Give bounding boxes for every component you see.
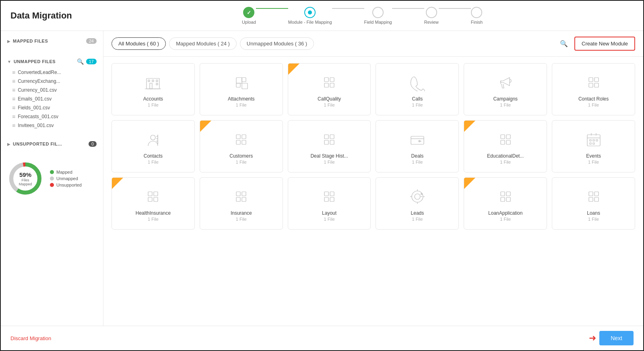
module-files-customers: 1 File [236,160,247,164]
unmapped-files-header[interactable]: ▼ UNMAPPED FILES 🔍 17 [7,55,97,68]
tab-unmapped-modules[interactable]: Unmapped Modules ( 36 ) [240,37,314,50]
module-card-contact-roles[interactable]: Contact Roles 1 File [552,63,635,115]
module-card-deal-stage[interactable]: Deal Stage Hist... 1 File [288,120,371,172]
grid-icon-callquality [320,73,339,92]
list-item[interactable]: Fields_001.csv [12,103,97,112]
svg-rect-20 [589,83,593,87]
module-card-accounts[interactable]: Accounts 1 File [111,63,195,115]
svg-rect-38 [506,135,510,139]
mapped-files-title: MAPPED FILES [13,39,84,43]
module-name-attachments: Attachments [228,96,255,102]
module-card-insurance[interactable]: Insurance 1 File [200,177,283,230]
unsupported-files-title: UNSUPPORTED FIL... [13,142,86,146]
grid-icon-layout [320,187,339,206]
list-item[interactable]: Emails_001.csv [12,94,97,103]
module-files-layout: 1 File [324,217,335,222]
star-badge-customers [200,121,211,132]
svg-rect-52 [242,192,246,196]
svg-rect-11 [242,78,246,82]
step-label-upload: Upload [242,20,256,25]
connector-2 [332,8,364,9]
svg-rect-54 [242,197,246,201]
module-card-deals[interactable]: Deals 1 File [376,120,459,172]
tab-mapped-modules[interactable]: Mapped Modules ( 24 ) [169,37,237,50]
list-item[interactable]: Forecasts_001.csv [12,112,97,121]
svg-rect-18 [589,78,593,82]
module-card-events[interactable]: Events 1 File [552,120,635,172]
module-files-calls: 1 File [412,103,423,107]
search-button[interactable]: 🔍 [557,38,571,49]
grid-icon-educational [496,130,515,149]
module-grid: Accounts 1 File Attachments 1 File [103,57,643,326]
step-circle-finish [471,7,482,18]
module-card-layout[interactable]: Layout 1 File [288,177,371,230]
module-files-events: 1 File [588,160,599,164]
search-icon[interactable]: 🔍 [77,58,84,65]
module-card-campaigns[interactable]: Campaigns 1 File [464,63,547,115]
building-icon [143,73,163,92]
svg-rect-70 [501,197,505,201]
mapped-files-section: ▶ MAPPED FILES 24 [1,31,103,51]
main-content: ▶ MAPPED FILES 24 ▼ UNMAPPED FILES 🔍 17 … [1,31,643,326]
footer: Discard Migration ➜ Next [1,326,643,350]
svg-rect-75 [594,197,599,201]
svg-rect-10 [236,78,242,83]
svg-rect-72 [589,192,593,196]
module-card-customers[interactable]: Customers 1 File [200,120,283,172]
module-name-loans: Loans [587,210,600,216]
mapped-files-header[interactable]: ▶ MAPPED FILES 24 [7,35,97,47]
module-card-educational[interactable]: EducationalDet... 1 File [464,120,547,172]
create-new-module-button[interactable]: Create New Module [574,37,635,51]
tab-all-modules[interactable]: All Modules ( 60 ) [111,37,166,50]
list-item[interactable]: Invitees_001.csv [12,121,97,130]
svg-rect-43 [593,140,594,141]
page-title: Data Migration [10,10,91,21]
legend-label-unmapped: Unmapped [56,176,78,181]
chevron-down-icon: ▼ [7,60,11,64]
star-badge-loan-application [464,178,475,189]
svg-rect-73 [594,192,599,196]
svg-rect-46 [593,143,594,144]
svg-rect-28 [242,135,246,139]
svg-point-60 [415,194,420,199]
module-card-leads[interactable]: Leads 1 File [376,177,459,230]
next-button[interactable]: Next [599,331,634,345]
svg-rect-15 [330,78,334,82]
svg-rect-40 [506,140,510,144]
stepper: ✓ Upload Module - File Mapping Field Ma [91,7,634,25]
module-files-leads: 1 File [412,217,423,222]
grid-icon-contact-roles [584,73,603,92]
chart-legend: Mapped Unmapped Unsupported [50,170,82,187]
list-item[interactable]: CurrencyExchang... [12,77,97,86]
module-card-callquality[interactable]: CallQuality 1 File [288,63,371,115]
module-files-loan-application: 1 File [500,217,511,222]
module-card-calls[interactable]: Calls 1 File [376,63,459,115]
module-card-loans[interactable]: Loans 1 File [552,177,635,230]
mapped-files-badge: 24 [86,38,97,44]
svg-rect-47 [148,192,152,196]
attachment-icon [231,73,251,92]
module-name-insurance: Insurance [231,210,252,216]
discard-migration-button[interactable]: Discard Migration [10,335,51,341]
svg-rect-44 [596,140,598,141]
svg-rect-45 [590,143,591,144]
wallet-icon [408,130,427,149]
list-item[interactable]: ConvertedLeadRe... [12,68,97,77]
unmapped-files-section: ▼ UNMAPPED FILES 🔍 17 ConvertedLeadRe...… [1,51,103,134]
module-card-contacts[interactable]: Contacts 1 File [111,120,195,172]
grid-icon-insurance [231,187,251,206]
module-card-loan-application[interactable]: LoanApplication 1 File [464,177,547,230]
list-item[interactable]: Currency_001.csv [12,86,97,94]
next-arrow-hint: ➜ [589,333,596,343]
module-card-health-insurance[interactable]: HealthInsurance 1 File [111,177,195,230]
module-card-attachments[interactable]: Attachments 1 File [200,63,283,115]
svg-rect-71 [506,197,510,201]
module-name-customers: Customers [229,153,253,159]
legend-dot-unsupported [50,183,54,187]
unsupported-files-badge: 0 [89,141,97,147]
unsupported-files-header[interactable]: ▶ UNSUPPORTED FIL... 0 [7,138,97,150]
svg-rect-53 [236,197,240,201]
module-name-contact-roles: Contact Roles [578,96,609,102]
unmapped-files-title: UNMAPPED FILES [14,59,74,64]
chevron-right-icon-2: ▶ [7,142,10,146]
